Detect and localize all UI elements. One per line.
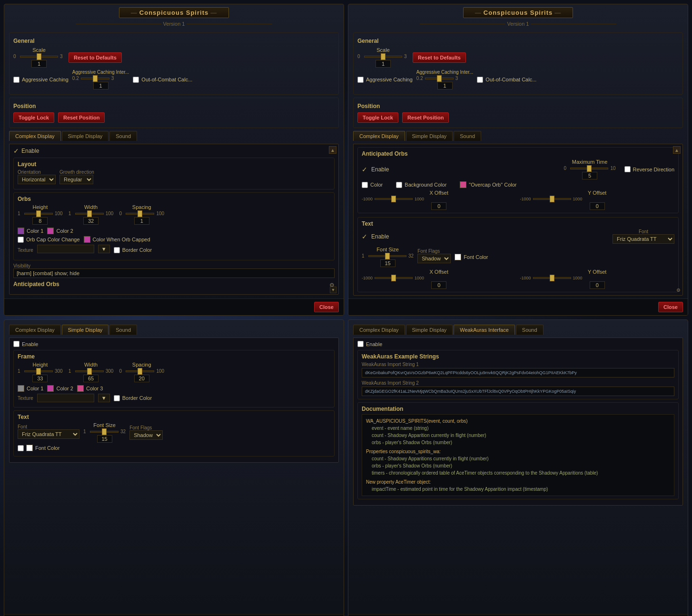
tab-complex-br[interactable]: Complex Display (353, 325, 405, 335)
aggressive-caching-check-tr[interactable] (357, 77, 364, 83)
reset-defaults-btn-tl[interactable]: Reset to Defaults (69, 52, 122, 63)
out-of-combat-check-tl[interactable] (133, 77, 139, 83)
frame-border-checkbox-bl[interactable]: Border Color (114, 395, 152, 401)
tab-weakauras-br[interactable]: WeakAuras Interface (454, 325, 515, 335)
out-of-combat-check-tr[interactable] (477, 77, 483, 83)
text-flags-select-bl[interactable]: Shadow Outline (129, 430, 163, 440)
text-font-size-value-bl[interactable] (97, 435, 112, 443)
tab-simple-bl[interactable]: Simple Display (62, 325, 109, 335)
frame-texture-arrow-bl[interactable]: ▼ (98, 394, 110, 402)
text-font-select-bl[interactable]: Friz Quadrata TT (18, 429, 79, 439)
frame-width-slider-bl[interactable] (75, 370, 104, 372)
out-of-combat-checkbox-tr[interactable]: Out-of-Combat Calc... (477, 77, 536, 83)
text-font-size-slider-bl[interactable] (90, 431, 119, 433)
scale-value-tl[interactable] (31, 60, 47, 68)
aggressive-slider-tl[interactable] (81, 78, 109, 79)
aggressive-slider-tr[interactable] (425, 78, 454, 79)
aggressive-caching-checkbox-tl[interactable]: Aggressive Caching (13, 77, 69, 83)
wa-enable-check-br[interactable] (357, 341, 364, 347)
font-size-slider-tr[interactable] (368, 255, 406, 257)
max-time-value-tr[interactable] (582, 172, 597, 179)
font-select-tr[interactable]: Friz Quadrata TT (613, 234, 674, 244)
tab-complex-tl[interactable]: Complex Display (9, 131, 61, 141)
wa-enable-checkbox-br[interactable]: Enable (357, 341, 382, 347)
aggressive-caching-checkbox-tr[interactable]: Aggressive Caching (357, 77, 413, 83)
texture-input-tl[interactable] (37, 245, 94, 253)
ant-color-checkbox-tr[interactable]: Color (362, 182, 383, 188)
reverse-dir-checkbox-tr[interactable]: Reverse Direction (624, 166, 674, 172)
ant-color-check-tr[interactable] (362, 182, 368, 188)
font-color-box-tr[interactable] (455, 254, 461, 260)
border-color-check-tl[interactable] (114, 247, 120, 253)
growth-select-tl[interactable]: Regular Reverse (59, 175, 93, 184)
tab-sound-tr[interactable]: Sound (454, 131, 481, 141)
orb-cap-checkbox-tl[interactable]: Orb Cap Color Change (18, 237, 80, 243)
reset-position-btn-tr[interactable]: Reset Position (402, 112, 449, 123)
frame-width-value-bl[interactable] (83, 375, 99, 382)
scale-slider-tl[interactable] (20, 56, 58, 58)
ant-bg-color-check-tr[interactable] (396, 182, 402, 188)
ant-x-slider-tr[interactable] (375, 198, 413, 200)
expand-icon-tl[interactable]: ▲ (329, 146, 336, 154)
capped-box-tl[interactable] (84, 236, 90, 243)
tab-simple-br[interactable]: Simple Display (406, 325, 453, 335)
orientation-select-tl[interactable]: Horizontal Vertical (18, 175, 56, 184)
visibility-input-tl[interactable]: [harm] [combat] show; hide (13, 268, 335, 278)
enable-check-bl[interactable] (13, 341, 20, 347)
height-value-tl[interactable] (32, 217, 48, 225)
scroll-down-tl[interactable]: ▼ (330, 287, 336, 293)
ant-y-value-tr[interactable] (590, 202, 605, 210)
font-flags-select-tr[interactable]: Shadow Outline (417, 254, 451, 263)
tab-complex-bl[interactable]: Complex Display (9, 325, 61, 335)
frame-height-value-bl[interactable] (32, 375, 48, 382)
reverse-dir-check-tr[interactable] (624, 166, 631, 172)
scale-value-tr[interactable] (376, 60, 391, 68)
texture-arrow-tl[interactable]: ▼ (98, 245, 110, 253)
width-value-tl[interactable] (83, 217, 99, 225)
width-slider-tl[interactable] (75, 213, 104, 215)
orb-cap-check-tl[interactable] (18, 237, 24, 243)
enable-checkbox-bl[interactable]: Enable (13, 341, 38, 347)
frame-color2-box-bl[interactable] (47, 385, 54, 392)
wa-import1-input-br[interactable]: dKeGnbakuPofQKvrQaVsOGzbP6wKQ2LqPFPIcdds… (362, 368, 674, 378)
text-font-color-box-bl[interactable] (26, 445, 33, 451)
reset-defaults-btn-tr[interactable]: Reset to Defaults (413, 52, 466, 63)
tab-simple-tr[interactable]: Simple Display (406, 131, 453, 141)
tab-sound-bl[interactable]: Sound (109, 325, 137, 335)
out-of-combat-checkbox-tl[interactable]: Out-of-Combat Calc... (133, 77, 192, 83)
text-font-color-checkbox-bl[interactable]: Font Color (18, 445, 59, 451)
color2-box-tl[interactable] (47, 228, 54, 234)
expand-icon-tr[interactable]: ▲ (673, 146, 681, 154)
tab-sound-tl[interactable]: Sound (109, 131, 137, 141)
scroll-icon-tr[interactable]: ⚙ (676, 287, 681, 293)
border-color-checkbox-tl[interactable]: Border Color (114, 247, 152, 253)
toggle-lock-btn-tr[interactable]: Toggle Lock (357, 112, 398, 123)
color1-box-tl[interactable] (18, 228, 24, 234)
text-x-value-tr[interactable] (431, 281, 446, 289)
frame-color3-box-bl[interactable] (77, 385, 84, 392)
frame-spacing-slider-bl[interactable] (126, 370, 154, 372)
aggressive-caching-check-tl[interactable] (13, 77, 20, 83)
close-btn-tr[interactable]: Close (658, 302, 683, 312)
toggle-lock-btn-tl[interactable]: Toggle Lock (13, 112, 54, 123)
tab-complex-tr[interactable]: Complex Display (353, 131, 405, 141)
wa-import2-input-br[interactable]: dKZjdaGEGO2fK41aL2NevMjqWCbQmBa3uIQUns2j… (362, 387, 674, 396)
frame-color1-box-bl[interactable] (18, 385, 24, 392)
frame-spacing-value-bl[interactable] (134, 375, 149, 382)
aggressive-value-tl[interactable] (93, 82, 109, 89)
aggressive-value-tr[interactable] (437, 82, 453, 89)
close-btn-tl[interactable]: Close (314, 302, 339, 312)
text-x-slider-tr[interactable] (375, 277, 413, 279)
frame-border-check-bl[interactable] (114, 395, 120, 401)
ant-x-value-tr[interactable] (431, 202, 446, 210)
ant-bg-color-checkbox-tr[interactable]: Background Color (396, 182, 446, 188)
text-y-slider-tr[interactable] (533, 277, 571, 279)
font-size-value-tr[interactable] (380, 259, 395, 267)
spacing-value-tl[interactable] (134, 217, 149, 225)
scale-slider-tr[interactable] (364, 56, 402, 58)
max-time-slider-tr[interactable] (570, 168, 608, 169)
text-font-color-check-bl[interactable] (18, 445, 24, 451)
frame-texture-input-bl[interactable] (37, 394, 94, 402)
frame-height-slider-bl[interactable] (24, 370, 53, 372)
spacing-slider-tl[interactable] (126, 213, 154, 215)
